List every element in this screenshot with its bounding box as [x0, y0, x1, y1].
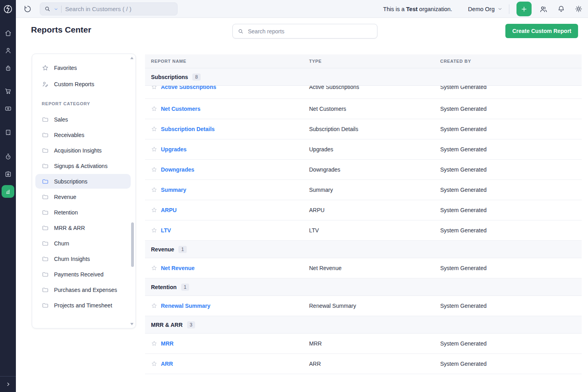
report-row[interactable]: ARR ARR System Generated	[145, 354, 582, 374]
favorite-star-icon[interactable]	[151, 146, 157, 153]
folder-icon	[42, 224, 49, 232]
report-link[interactable]: Net Revenue	[161, 265, 195, 271]
report-search-input[interactable]	[247, 28, 372, 35]
category-item-signups-activations[interactable]: Signups & Activations	[35, 158, 131, 173]
report-row[interactable]: Summary Summary System Generated	[145, 180, 582, 200]
folder-icon	[42, 131, 49, 139]
report-row[interactable]: Net Revenue Net Revenue System Generated	[145, 258, 582, 278]
report-created-by: System Generated	[440, 303, 582, 309]
report-link[interactable]: Upgrades	[161, 146, 187, 153]
report-created-by: System Generated	[440, 265, 582, 271]
report-row[interactable]: LTV LTV System Generated	[145, 220, 582, 241]
report-row[interactable]: Downgrades Downgrades System Generated	[145, 160, 582, 180]
favorite-star-icon[interactable]	[151, 126, 157, 132]
stopwatch-icon[interactable]	[0, 148, 16, 165]
topbar: This is a Test organization. Demo Org	[16, 0, 588, 18]
favorite-star-icon[interactable]	[151, 227, 157, 234]
report-link[interactable]: Net Customers	[161, 106, 201, 112]
category-item-revenue[interactable]: Revenue	[35, 189, 131, 204]
category-item-churn-insights[interactable]: Churn Insights	[35, 251, 131, 266]
category-item-receivables[interactable]: Receivables	[35, 127, 131, 142]
category-item-retention[interactable]: Retention	[35, 205, 131, 220]
users-icon[interactable]	[539, 4, 548, 14]
create-custom-report-button[interactable]: Create Custom Report	[505, 24, 578, 38]
category-item-subscriptions[interactable]: Subscriptions	[35, 174, 131, 189]
category-item-purchases-expenses[interactable]: Purchases and Expenses	[35, 282, 131, 297]
favorite-star-icon[interactable]	[151, 303, 157, 309]
favorite-star-icon[interactable]	[151, 86, 157, 90]
category-item-mrr-arr[interactable]: MRR & ARR	[35, 220, 131, 235]
home-icon[interactable]	[0, 24, 16, 42]
report-link[interactable]: Active Subscriptions	[161, 86, 216, 90]
global-search-input[interactable]	[64, 5, 173, 13]
column-header-report-name: REPORT NAME	[145, 59, 309, 64]
favorite-star-icon[interactable]	[151, 106, 157, 112]
search-scope-chevron-icon[interactable]	[54, 7, 58, 12]
brand-logo[interactable]	[0, 0, 16, 18]
report-created-by: System Generated	[440, 86, 582, 90]
column-header-type: TYPE	[309, 59, 440, 64]
global-search[interactable]	[40, 2, 178, 15]
folder-icon	[42, 302, 49, 309]
favorite-star-icon[interactable]	[151, 361, 157, 367]
favorite-star-icon[interactable]	[151, 207, 157, 213]
report-link[interactable]: ARR	[161, 361, 173, 367]
reports-nav-item[interactable]	[0, 183, 16, 200]
folder-icon	[42, 240, 49, 247]
report-created-by: System Generated	[440, 187, 582, 193]
custom-reports-item[interactable]: Custom Reports	[32, 76, 135, 92]
report-link[interactable]: ARPU	[161, 207, 177, 213]
quick-create-button[interactable]	[516, 2, 532, 16]
category-item-payments-received[interactable]: Payments Received	[35, 267, 131, 282]
report-link[interactable]: Subscription Details	[161, 126, 215, 132]
section-count-badge: 8	[192, 73, 201, 81]
topbar-right-cluster: This is a Test organization. Demo Org	[383, 0, 583, 18]
report-type: Subscription Details	[309, 126, 440, 132]
panel-scroll-down-arrow[interactable]	[130, 323, 133, 325]
payments-icon[interactable]	[0, 100, 16, 117]
report-link[interactable]: Summary	[161, 187, 186, 193]
category-item-sales[interactable]: Sales	[35, 112, 131, 127]
report-created-by: System Generated	[440, 361, 582, 367]
invoices-icon[interactable]	[0, 124, 16, 141]
report-link[interactable]: Renewal Summary	[161, 303, 211, 309]
favorite-star-icon[interactable]	[151, 166, 157, 173]
favorite-star-icon[interactable]	[151, 340, 157, 347]
category-item-projects-timesheet[interactable]: Projects and Timesheet	[35, 298, 131, 313]
cart-icon[interactable]	[0, 82, 16, 100]
search-icon	[44, 6, 51, 12]
report-link[interactable]: LTV	[161, 227, 171, 234]
section-header-revenue: Revenue 1	[145, 241, 582, 258]
panel-scroll-up-arrow[interactable]	[130, 57, 133, 59]
panel-scrollbar-thumb[interactable]	[131, 222, 134, 267]
page-title: Reports Center	[31, 25, 91, 35]
report-type: Upgrades	[309, 146, 440, 153]
report-search[interactable]	[232, 24, 377, 39]
product-bag-icon[interactable]	[0, 59, 16, 77]
report-row[interactable]: Upgrades Upgrades System Generated	[145, 139, 582, 160]
report-row[interactable]: Net Customers Net Customers System Gener…	[145, 99, 582, 119]
report-row[interactable]: ARPU ARPU System Generated	[145, 200, 582, 220]
report-created-by: System Generated	[440, 106, 582, 112]
report-row[interactable]: MRR MRR System Generated	[145, 334, 582, 354]
reports-table: REPORT NAME TYPE CREATED BY Subscription…	[145, 54, 582, 374]
notifications-bell-icon[interactable]	[556, 4, 566, 14]
history-icon[interactable]	[23, 4, 33, 14]
report-row[interactable]: Subscription Details Subscription Detail…	[145, 119, 582, 139]
category-item-churn[interactable]: Churn	[35, 236, 131, 251]
sidebar-expand-button[interactable]	[0, 376, 16, 392]
calendar-star-icon[interactable]	[0, 165, 16, 183]
report-link[interactable]: Downgrades	[161, 166, 194, 173]
favorites-item[interactable]: Favorites	[32, 60, 135, 76]
report-row[interactable]: Renewal Summary Renewal Summary System G…	[145, 296, 582, 316]
category-item-acquisition-insights[interactable]: Acquisition Insights	[35, 143, 131, 158]
report-row[interactable]: Active Subscriptions Active Subscription…	[145, 86, 582, 99]
favorite-star-icon[interactable]	[151, 265, 157, 271]
person-edit-icon	[42, 81, 49, 88]
favorite-star-icon[interactable]	[151, 187, 157, 193]
org-selector[interactable]: Demo Org	[468, 6, 503, 12]
customers-icon[interactable]	[0, 42, 16, 59]
folder-icon	[42, 255, 49, 263]
report-link[interactable]: MRR	[161, 340, 174, 347]
settings-gear-icon[interactable]	[574, 4, 583, 14]
